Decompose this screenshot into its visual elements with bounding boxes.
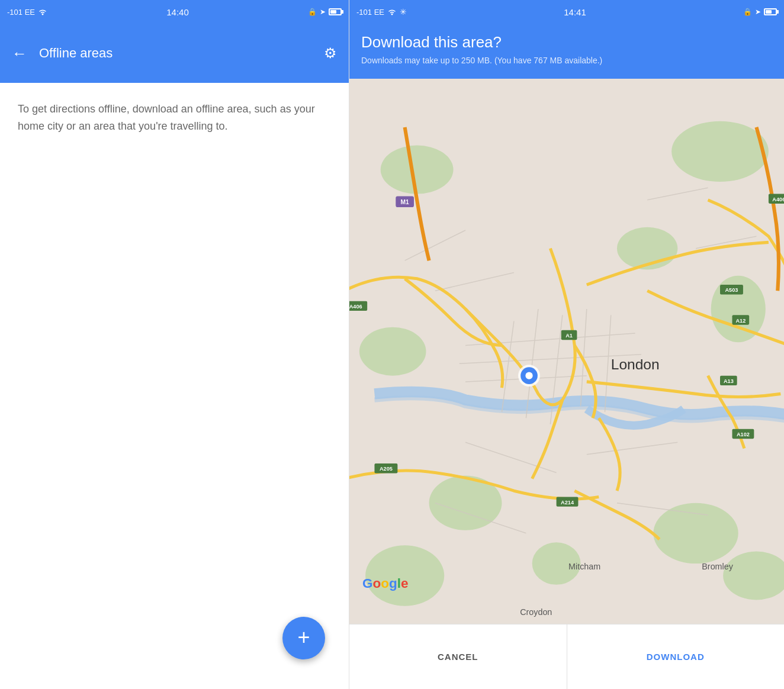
status-icons-left: 🔒 ➤ [308,8,342,16]
svg-point-7 [359,327,426,375]
lock-icon-right: 🔒 [743,8,752,16]
location-icon-left: ➤ [320,8,326,16]
left-content: To get directions offline, download an o… [0,83,349,689]
battery-icon-left [329,8,342,15]
location-icon-right: ➤ [755,8,761,16]
app-bar-left: ← Offline areas ⚙ [0,24,349,83]
right-panel: -101 EE ✳ 14:41 🔒 ➤ Download this area? … [349,0,784,689]
download-button[interactable]: DOWNLOAD [567,624,785,689]
time-left: 14:40 [166,7,189,17]
fab-icon: + [297,627,310,648]
map-container[interactable]: M1 A406 A503 A1 A12 A406 A13 [349,79,784,624]
loading-icon: ✳ [400,7,407,17]
svg-point-4 [671,121,769,181]
download-label: DOWNLOAD [647,652,705,662]
status-bar-left: -101 EE 14:40 🔒 ➤ [0,0,349,24]
signal-text-right: -101 EE [356,8,384,17]
signal-text-left: -101 EE [7,8,35,17]
svg-text:Croydon: Croydon [520,607,552,617]
svg-point-52 [525,372,532,379]
action-bar: CANCEL DOWNLOAD [349,624,784,689]
svg-text:A13: A13 [724,378,734,384]
svg-point-0 [41,14,43,15]
status-icons-right: 🔒 ➤ [743,8,777,16]
lock-icon-left: 🔒 [308,8,317,16]
svg-point-9 [653,503,738,563]
svg-text:A406: A406 [772,196,784,202]
svg-text:A503: A503 [725,287,738,293]
svg-text:London: London [611,356,660,372]
download-header: Download this area? Downloads may take u… [349,24,784,79]
wifi-icon-right [387,8,397,15]
cancel-label: CANCEL [438,652,478,662]
battery-icon-right [764,8,777,15]
svg-text:A214: A214 [561,499,574,505]
download-subtitle: Downloads may take up to 250 MB. (You ha… [361,55,772,67]
svg-text:Bromley: Bromley [702,562,733,571]
svg-text:A12: A12 [735,317,746,323]
signal-right: -101 EE ✳ [356,7,407,17]
wifi-icon-left [38,8,47,15]
svg-text:Google: Google [362,576,409,591]
page-title: Offline areas [39,46,324,61]
svg-point-3 [381,145,454,194]
svg-text:A1: A1 [565,333,573,339]
back-button[interactable]: ← [12,44,27,63]
cancel-button[interactable]: CANCEL [349,624,567,689]
svg-text:A205: A205 [380,466,393,472]
svg-text:Mitcham: Mitcham [568,562,600,571]
offline-description: To get directions offline, download an o… [18,101,331,135]
status-bar-right: -101 EE ✳ 14:41 🔒 ➤ [349,0,784,24]
settings-icon[interactable]: ⚙ [324,45,337,62]
svg-text:A102: A102 [737,432,750,437]
download-title: Download this area? [361,33,772,51]
map-view: M1 A406 A503 A1 A12 A406 A13 [349,79,784,624]
svg-point-1 [391,14,393,15]
left-panel: -101 EE 14:40 🔒 ➤ ← Offline areas ⚙ To g… [0,0,349,689]
signal-left: -101 EE [7,8,47,17]
svg-text:A406: A406 [349,304,362,310]
add-area-fab[interactable]: + [282,617,325,659]
svg-text:M1: M1 [401,199,410,205]
time-right: 14:41 [564,7,586,17]
